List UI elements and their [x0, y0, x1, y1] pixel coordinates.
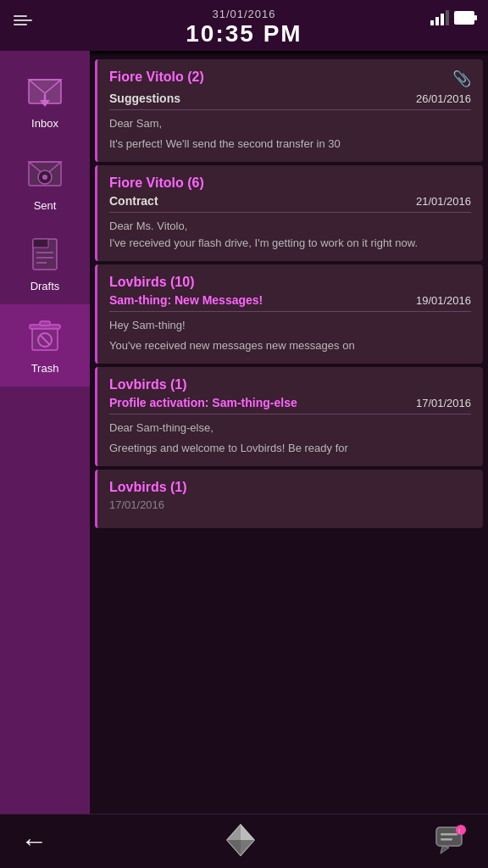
email-sender: Lovbirds (1) — [109, 377, 471, 392]
home-logo-button[interactable] — [224, 823, 258, 860]
email-card[interactable]: Fiore Vitolo (6) Contract 21/01/2016 Dea… — [95, 165, 483, 261]
svg-marker-24 — [441, 846, 449, 854]
sidebar-item-sent[interactable]: Sent — [0, 142, 90, 224]
svg-rect-15 — [40, 321, 50, 326]
email-subject-row: Suggestions 26/01/2016 — [109, 92, 471, 110]
email-subject: Sam-thing: New Messages! — [109, 293, 263, 307]
email-subject: Profile activation: Sam-thing-else — [109, 396, 297, 409]
email-subject-row: Sam-thing: New Messages! 19/01/2016 — [109, 293, 471, 312]
sidebar-label-inbox: Inbox — [31, 117, 58, 130]
email-card[interactable]: Fiore Vitolo (2) 📎 Suggestions 26/01/201… — [95, 59, 483, 162]
email-card-header: Fiore Vitolo (2) 📎 — [109, 70, 471, 88]
preview-line2: I've received your flash drive, I'm gett… — [109, 235, 471, 252]
preview-line1: Dear Sam-thing-else, — [109, 420, 471, 437]
email-preview: Dear Sam-thing-else, Greetings and welco… — [109, 420, 471, 456]
email-card-header: Lovbirds (1) — [109, 480, 471, 495]
status-icons — [430, 10, 474, 25]
chat-icon: ! — [434, 823, 468, 857]
svg-rect-26 — [441, 838, 452, 841]
sidebar-label-trash: Trash — [31, 362, 59, 375]
menu-icon — [14, 15, 32, 25]
trash-icon — [25, 316, 64, 359]
signal-icon — [430, 10, 449, 25]
email-card[interactable]: Lovbirds (1) 17/01/2016 — [95, 470, 483, 528]
email-card-header: Lovbirds (1) — [109, 377, 471, 392]
email-card[interactable]: Lovbirds (1) Profile activation: Sam-thi… — [95, 367, 483, 466]
sidebar-item-inbox[interactable]: Inbox — [0, 59, 90, 142]
preview-line1: Dear Ms. Vitolo, — [109, 218, 471, 235]
status-bar: 31/01/2016 10:35 PM — [0, 0, 488, 51]
email-preview: Hey Sam-thing! You've received new messa… — [109, 317, 471, 353]
email-subject-row: Profile activation: Sam-thing-else 17/01… — [109, 396, 471, 415]
preview-line2: It's perfect! We'll send the second tran… — [109, 136, 471, 153]
attachment-icon: 📎 — [452, 70, 471, 88]
email-date: 17/01/2016 — [416, 397, 471, 409]
email-preview: Dear Sam, It's perfect! We'll send the s… — [109, 115, 471, 152]
sent-icon — [25, 153, 64, 196]
diamond-logo-icon — [224, 823, 258, 857]
sidebar-label-sent: Sent — [34, 199, 57, 212]
back-button[interactable]: ← — [20, 826, 47, 857]
email-subject: Contract — [109, 194, 158, 208]
preview-line1: Dear Sam, — [109, 115, 471, 132]
email-sender: Lovbirds (1) — [109, 480, 471, 495]
email-subject-row: Contract 21/01/2016 — [109, 194, 471, 213]
email-card[interactable]: Lovbirds (10) Sam-thing: New Messages! 1… — [95, 264, 483, 364]
email-sender: Fiore Vitolo (2) — [109, 70, 452, 85]
email-subject: Suggestions — [109, 92, 180, 105]
chat-button[interactable]: ! — [434, 823, 468, 860]
email-sender: Fiore Vitolo (6) — [109, 175, 471, 191]
sidebar-item-trash[interactable]: Trash — [0, 304, 90, 387]
sidebar-label-drafts: Drafts — [30, 280, 60, 292]
hamburger-menu[interactable] — [14, 15, 32, 25]
back-arrow-icon: ← — [20, 826, 47, 856]
sidebar: Inbox Sent — [0, 51, 90, 814]
email-sender: Lovbirds (10) — [109, 275, 471, 290]
preview-line2: Greetings and welcome to Lovbirds! Be re… — [109, 440, 471, 457]
battery-icon — [454, 11, 474, 25]
email-preview: Dear Ms. Vitolo, I've received your flas… — [109, 218, 471, 251]
email-list[interactable]: Fiore Vitolo (2) 📎 Suggestions 26/01/201… — [90, 51, 488, 814]
status-date: 31/01/2016 — [212, 8, 275, 20]
bottom-nav: ← ! — [0, 814, 488, 868]
svg-rect-9 — [33, 239, 48, 248]
svg-point-27 — [456, 825, 466, 835]
drafts-icon — [26, 236, 64, 276]
main-layout: Inbox Sent — [0, 51, 488, 814]
preview-line1: Hey Sam-thing! — [109, 317, 471, 334]
inbox-icon — [25, 71, 64, 114]
svg-rect-25 — [441, 833, 458, 836]
email-date: 19/01/2016 — [416, 294, 471, 307]
email-card-header: Fiore Vitolo (6) — [109, 175, 471, 191]
email-card-header: Lovbirds (10) — [109, 275, 471, 290]
svg-text:!: ! — [458, 827, 460, 835]
preview-line2: You've received new messages new message… — [109, 337, 471, 354]
svg-point-7 — [42, 175, 47, 180]
email-date: 26/01/2016 — [416, 92, 471, 105]
email-date: 21/01/2016 — [416, 195, 471, 208]
sidebar-item-drafts[interactable]: Drafts — [0, 224, 90, 304]
status-time: 10:35 PM — [186, 20, 302, 47]
email-date-partial: 17/01/2016 — [109, 498, 471, 511]
